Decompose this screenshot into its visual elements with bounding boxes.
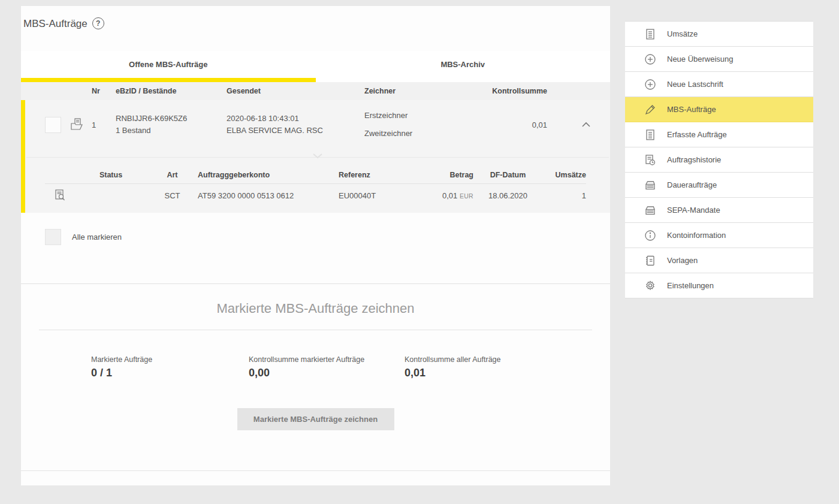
plus-circle-icon <box>643 79 657 90</box>
column-header-auftraggeberkonto: Auftragggeberkonto <box>198 171 339 179</box>
sidebar-item-mbs-auftraege[interactable]: MBS-Aufträge <box>625 97 813 122</box>
sidebar-item-neue-ueberweisung[interactable]: Neue Überweisung <box>625 47 813 72</box>
document-list-icon <box>643 129 657 141</box>
stat-marked-orders: Markierte Aufträge 0 / 1 <box>91 355 249 379</box>
sign-section-heading: Markierte MBS-Aufträge zeichnen <box>21 301 610 316</box>
main-content-panel: MBS-Aufträge ? Offene MBS-Aufträge MBS-A… <box>21 6 610 485</box>
sidebar-menu: Umsätze Neue Überweisung Neue Lastschrif… <box>625 21 813 485</box>
page-title: MBS-Aufträge <box>23 18 87 30</box>
sidebar-item-kontoinformation[interactable]: Kontoinformation <box>625 223 813 248</box>
archive-icon <box>643 204 657 216</box>
sidebar-item-sepa-mandate[interactable]: SEPA-Mandate <box>625 198 813 223</box>
detail-df-datum: 18.06.2020 <box>473 191 542 200</box>
row-checkbox[interactable] <box>45 117 61 133</box>
sidebar-item-auftragshistorie[interactable]: Auftragshistorie <box>625 147 813 173</box>
column-header-referenz: Referenz <box>339 171 420 179</box>
column-header-gesendet: Gesendet <box>227 87 364 95</box>
detail-table-header: Status Art Auftragggeberkonto Referenz B… <box>45 166 586 184</box>
column-header-betrag: Betrag <box>420 171 473 179</box>
row-detail-divider <box>26 149 609 166</box>
sidebar-item-einstellungen[interactable]: Einstellungen <box>625 273 813 298</box>
gear-icon <box>643 280 657 292</box>
detail-umsaetze: 1 <box>542 191 586 200</box>
page-header: MBS-Aufträge ? <box>21 6 610 51</box>
document-magnifier-icon[interactable] <box>45 188 75 203</box>
select-all-checkbox[interactable] <box>45 229 61 245</box>
row-kontrollsumme: 0,01 <box>478 120 562 129</box>
column-header-art: Art <box>147 171 198 179</box>
collapse-row-button[interactable] <box>562 122 610 128</box>
column-header-zeichner: Zeichner <box>364 87 478 95</box>
sidebar-item-dauerauftraege[interactable]: Daueraufträge <box>625 173 813 198</box>
info-circle-icon <box>643 230 657 242</box>
tab-mbs-archiv[interactable]: MBS-Archiv <box>316 51 611 82</box>
detail-table-row: SCT AT59 3200 0000 0513 0612 EU00040T 0,… <box>45 184 586 207</box>
document-list-icon <box>643 28 657 40</box>
column-header-ebzid: eBzID / Bestände <box>116 87 227 95</box>
currency-label: EUR <box>460 192 473 200</box>
order-block: 1 RNBIJJR6-K69K5Z6 1 Bestand 2020-06-18 … <box>21 100 610 213</box>
stat-checksum-marked: Kontrollsumme markierter Aufträge 0,00 <box>249 355 405 379</box>
sign-section: Markierte MBS-Aufträge zeichnen Markiert… <box>21 284 610 430</box>
column-header-nr: Nr <box>92 87 116 95</box>
row-nr: 1 <box>92 120 116 129</box>
orders-table-header: Nr eBzID / Bestände Gesendet Zeichner Ko… <box>21 82 610 100</box>
column-header-df-datum: DF-Datum <box>473 171 542 179</box>
sign-marked-orders-button[interactable]: Markierte MBS-Aufträge zeichnen <box>237 408 394 430</box>
sidebar-item-vorlagen[interactable]: Vorlagen <box>625 248 813 273</box>
open-folder-document-icon <box>62 117 92 132</box>
column-header-umsaetze: Umsätze <box>542 171 586 179</box>
row-gesendet: 2020-06-18 10:43:01 ELBA SERVICE MAG. RS… <box>227 113 364 137</box>
help-icon[interactable]: ? <box>92 17 104 29</box>
order-detail-table: Status Art Auftragggeberkonto Referenz B… <box>25 166 610 213</box>
sidebar-item-umsaetze[interactable]: Umsätze <box>625 22 813 47</box>
pencil-icon <box>643 104 657 116</box>
archive-icon <box>643 179 657 191</box>
tab-bar: Offene MBS-Aufträge MBS-Archiv <box>21 51 610 82</box>
notebook-icon <box>643 255 657 267</box>
detail-referenz: EU00040T <box>339 191 420 200</box>
sign-section-rule <box>39 330 592 330</box>
row-zeichner: Erstzeichner Zweitzeichner <box>364 107 478 143</box>
select-all-label: Alle markieren <box>72 233 122 242</box>
column-header-status: Status <box>75 171 147 179</box>
detail-art: SCT <box>147 191 198 200</box>
sidebar-item-erfasste-auftraege[interactable]: Erfasste Aufträge <box>625 122 813 147</box>
table-row: 1 RNBIJJR6-K69K5Z6 1 Bestand 2020-06-18 … <box>25 100 610 149</box>
stat-checksum-all: Kontrollsumme aller Aufträge 0,01 <box>405 355 562 379</box>
row-ebzid: RNBIJJR6-K69K5Z6 1 Bestand <box>116 113 227 137</box>
detail-betrag: 0,01 EUR <box>420 191 473 200</box>
card-footer <box>21 470 610 485</box>
chevron-down-icon <box>312 153 323 159</box>
page: MBS-Aufträge ? Offene MBS-Aufträge MBS-A… <box>0 0 839 485</box>
select-all-row: Alle markieren <box>45 228 610 245</box>
sign-stats: Markierte Aufträge 0 / 1 Kontrollsumme m… <box>21 355 610 379</box>
tab-offene-mbs-auftraege[interactable]: Offene MBS-Aufträge <box>21 51 316 82</box>
column-header-kontrollsumme: Kontrollsumme <box>478 87 562 95</box>
document-clock-icon <box>643 154 657 166</box>
detail-konto: AT59 3200 0000 0513 0612 <box>198 191 339 200</box>
plus-circle-icon <box>643 53 657 65</box>
sidebar-item-neue-lastschrift[interactable]: Neue Lastschrift <box>625 72 813 97</box>
